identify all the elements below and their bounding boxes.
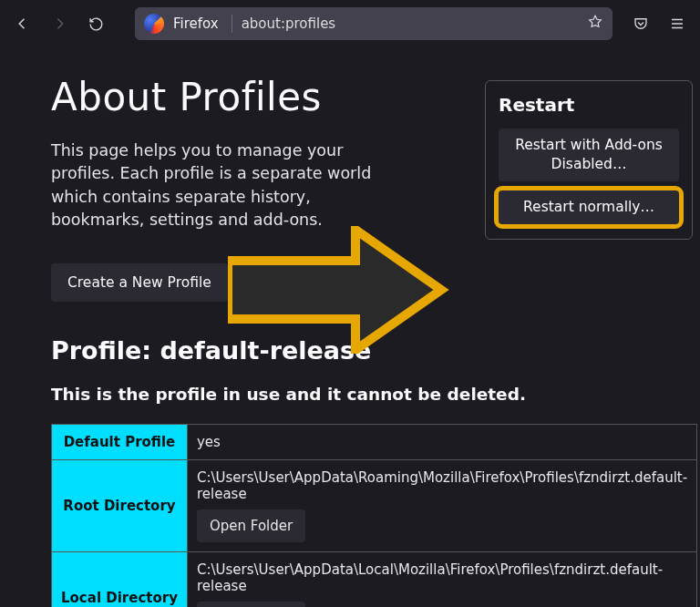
open-root-folder-button[interactable]: Open Folder: [197, 509, 305, 542]
default-profile-value: yes: [187, 424, 696, 459]
open-local-folder-button[interactable]: Open Folder: [197, 602, 305, 608]
page-lead: This page helps you to manage your profi…: [51, 139, 407, 232]
profile-in-use-text: This is the profile in use and it cannot…: [51, 385, 649, 404]
browser-toolbar: Firefox about:profiles: [0, 0, 700, 47]
back-button[interactable]: [7, 8, 38, 39]
restart-addons-disabled-button[interactable]: Restart with Add-ons Disabled…: [499, 129, 679, 181]
separator: [232, 15, 232, 33]
table-row: Local Directory C:\Users\User\AppData\Lo…: [52, 551, 697, 607]
root-directory-value: C:\Users\User\AppData\Roaming\Mozilla\Fi…: [197, 469, 687, 502]
identity-label: Firefox: [173, 15, 222, 32]
restart-heading: Restart: [499, 94, 679, 116]
local-directory-value: C:\Users\User\AppData\Local\Mozilla\Fire…: [197, 561, 687, 594]
table-row: Root Directory C:\Users\User\AppData\Roa…: [52, 459, 697, 551]
table-row: Default Profile yes: [52, 424, 697, 459]
page-content: About Profiles This page helps you to ma…: [0, 47, 700, 607]
restart-panel: Restart Restart with Add-ons Disabled… R…: [485, 80, 693, 240]
menu-button[interactable]: [662, 8, 693, 39]
address-bar[interactable]: Firefox about:profiles: [135, 7, 612, 40]
url-text: about:profiles: [242, 15, 336, 32]
root-directory-label: Root Directory: [52, 459, 188, 551]
create-profile-button[interactable]: Create a New Profile: [51, 263, 228, 302]
forward-button[interactable]: [44, 8, 75, 39]
profile-table: Default Profile yes Root Directory C:\Us…: [51, 424, 697, 608]
pocket-button[interactable]: [625, 8, 656, 39]
firefox-icon: [144, 14, 164, 34]
restart-normally-button[interactable]: Restart normally…: [499, 190, 679, 224]
bookmark-star-icon[interactable]: [587, 14, 603, 34]
default-profile-label: Default Profile: [52, 424, 188, 459]
reload-button[interactable]: [80, 8, 111, 39]
profile-heading: Profile: default-release: [51, 336, 649, 365]
local-directory-label: Local Directory: [52, 551, 188, 607]
